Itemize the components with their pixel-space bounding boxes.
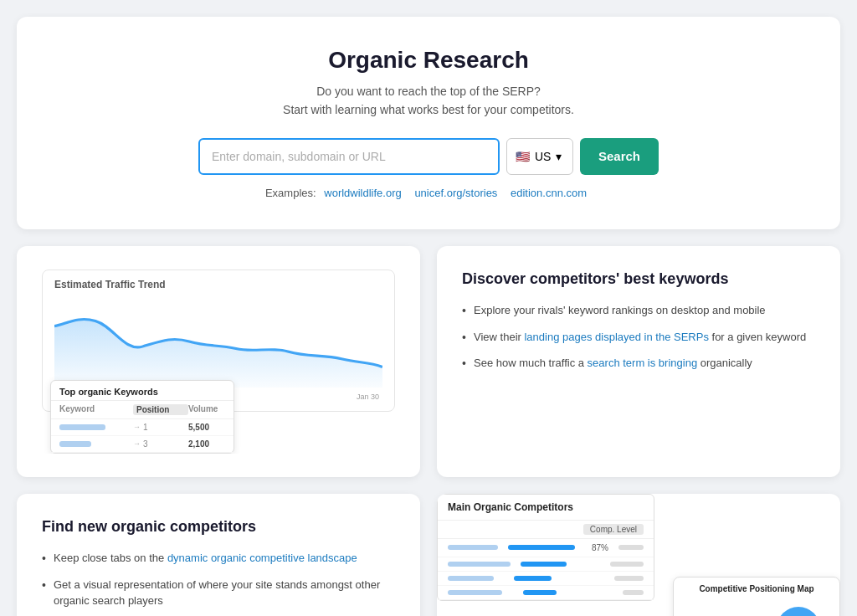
example-link-3[interactable]: edition.cnn.com bbox=[511, 187, 587, 199]
level-bar bbox=[523, 590, 557, 595]
arrow-icon: → bbox=[133, 423, 141, 431]
position-cell: → 3 bbox=[133, 439, 188, 449]
level-bar bbox=[508, 545, 575, 550]
table-row bbox=[438, 572, 654, 586]
table-row: → 1 5,500 bbox=[51, 419, 233, 436]
positioning-map: Competitive Positioning Map bbox=[673, 577, 840, 616]
discover-keywords-card: Discover competitors' best keywords Expl… bbox=[437, 246, 840, 477]
traffic-chart-svg bbox=[54, 295, 382, 388]
find-competitors-title: Find new organic competitors bbox=[42, 517, 395, 536]
keywords-table-headers: Keyword Position Volume bbox=[51, 401, 233, 419]
list-item: Explore your rivals' keyword rankings on… bbox=[462, 302, 815, 319]
top-search-card: Organic Research Do you want to reach th… bbox=[17, 17, 840, 229]
comp-level-badge: Comp. Level bbox=[583, 524, 644, 535]
discover-keywords-title: Discover competitors' best keywords bbox=[462, 270, 815, 289]
traffic-chart-card: Estimated Traffic Trend Jan 20 Jan 25 Ja… bbox=[17, 246, 420, 477]
table-row: 87% bbox=[438, 539, 654, 557]
competitors-table: Main Organic Competitors Comp. Level 87% bbox=[437, 494, 654, 601]
table-row: → 3 2,100 bbox=[51, 436, 233, 453]
table-row bbox=[438, 557, 654, 572]
position-cell: → 1 bbox=[133, 423, 188, 432]
level-bar bbox=[521, 562, 567, 567]
gray-bar bbox=[623, 590, 644, 595]
country-select[interactable]: 🇺🇸 US ▾ bbox=[506, 138, 573, 175]
domain-bar bbox=[448, 562, 511, 567]
list-item: See how much traffic a search term is br… bbox=[462, 355, 815, 372]
level-bar bbox=[514, 576, 552, 581]
chart-title: Estimated Traffic Trend bbox=[54, 279, 382, 290]
flag-icon: 🇺🇸 bbox=[516, 150, 530, 163]
competitors-table-title: Main Organic Competitors bbox=[438, 495, 654, 521]
gray-bar bbox=[618, 545, 644, 550]
example-link-2[interactable]: unicef.org/stories bbox=[414, 187, 497, 199]
search-button[interactable]: Search bbox=[580, 138, 659, 175]
list-item: Keep close tabs on the dynamic organic c… bbox=[42, 550, 395, 567]
arrow-icon: → bbox=[133, 439, 141, 448]
find-competitors-card: Find new organic competitors Keep close … bbox=[17, 494, 420, 616]
chart-wrapper: Estimated Traffic Trend Jan 20 Jan 25 Ja… bbox=[42, 270, 395, 454]
page-subtitle: Do you want to reach the top of the SERP… bbox=[50, 82, 807, 120]
examples-label: Examples: bbox=[265, 187, 316, 199]
competitors-card: Main Organic Competitors Comp. Level 87% bbox=[437, 494, 840, 616]
volume-value: 2,100 bbox=[188, 439, 225, 449]
domain-bar bbox=[448, 576, 494, 581]
find-competitors-list: Keep close tabs on the dynamic organic c… bbox=[42, 550, 395, 616]
keyword-bar bbox=[59, 441, 91, 447]
domain-bar bbox=[448, 545, 498, 550]
keywords-table-title: Top organic Keywords bbox=[51, 381, 233, 401]
bottom-grid: Estimated Traffic Trend Jan 20 Jan 25 Ja… bbox=[17, 246, 840, 616]
comp-pct: 87% bbox=[585, 543, 608, 552]
gray-bar bbox=[614, 576, 644, 581]
search-row: 🇺🇸 US ▾ Search bbox=[50, 138, 807, 175]
keywords-table: Top organic Keywords Keyword Position Vo… bbox=[50, 380, 234, 454]
keyword-bar bbox=[59, 424, 105, 430]
chevron-down-icon: ▾ bbox=[556, 150, 562, 163]
domain-bar bbox=[448, 590, 502, 595]
search-input[interactable] bbox=[198, 138, 500, 175]
list-item: Get a visual representation of where you… bbox=[42, 577, 395, 609]
page-title: Organic Research bbox=[50, 47, 807, 74]
example-link-1[interactable]: worldwildlife.org bbox=[324, 187, 401, 199]
table-row bbox=[438, 586, 654, 600]
volume-value: 5,500 bbox=[188, 423, 225, 432]
bubble-blue bbox=[777, 607, 820, 616]
list-item: View their landing pages displayed in th… bbox=[462, 329, 815, 346]
pos-map-title: Competitive Positioning Map bbox=[680, 584, 833, 593]
gray-bar bbox=[610, 562, 644, 567]
comp-col-header: Comp. Level bbox=[438, 521, 654, 539]
discover-keywords-list: Explore your rivals' keyword rankings on… bbox=[462, 302, 815, 382]
examples-row: Examples: worldwildlife.org unicef.org/s… bbox=[50, 187, 807, 199]
pos-map-inner bbox=[680, 598, 833, 616]
